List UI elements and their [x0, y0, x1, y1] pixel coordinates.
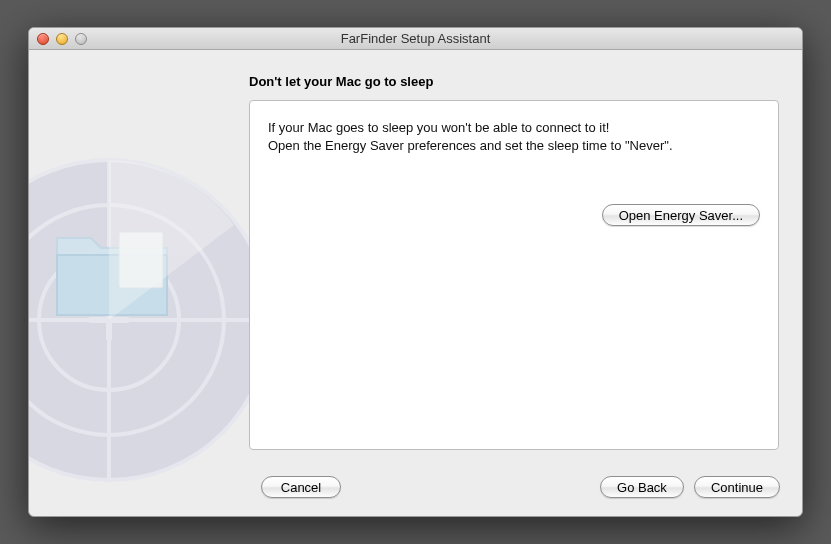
setup-assistant-window: FarFinder Setup Assistant	[28, 27, 803, 517]
continue-button[interactable]: Continue	[694, 476, 780, 498]
titlebar: FarFinder Setup Assistant	[29, 28, 802, 50]
minimize-icon[interactable]	[56, 33, 68, 45]
instruction-panel: If your Mac goes to sleep you won't be a…	[249, 100, 779, 450]
close-icon[interactable]	[37, 33, 49, 45]
footer-buttons: Cancel Go Back Continue	[29, 476, 802, 498]
page-heading: Don't let your Mac go to sleep	[249, 74, 433, 89]
instruction-line-2: Open the Energy Saver preferences and se…	[268, 137, 760, 155]
open-energy-saver-button[interactable]: Open Energy Saver...	[602, 204, 760, 226]
cancel-button[interactable]: Cancel	[261, 476, 341, 498]
zoom-icon	[75, 33, 87, 45]
content-area: Don't let your Mac go to sleep If your M…	[29, 50, 802, 516]
go-back-button[interactable]: Go Back	[600, 476, 684, 498]
instruction-line-1: If your Mac goes to sleep you won't be a…	[268, 119, 760, 137]
window-title: FarFinder Setup Assistant	[29, 31, 802, 46]
radar-illustration	[29, 150, 279, 490]
window-controls	[29, 33, 87, 45]
